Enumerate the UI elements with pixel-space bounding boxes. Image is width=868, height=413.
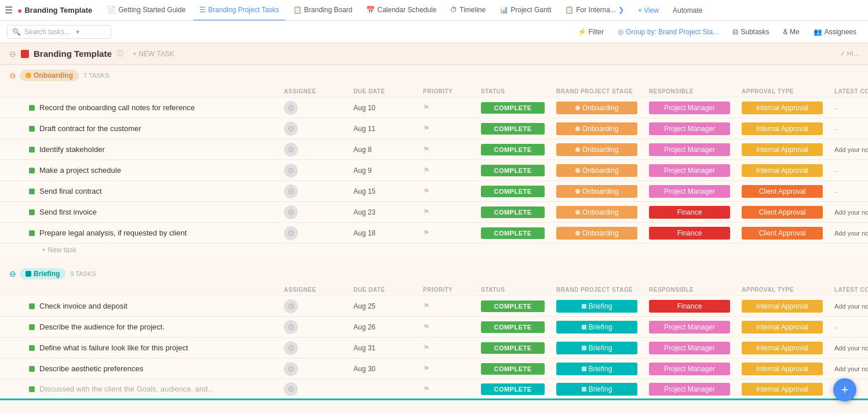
assignee-avatar[interactable]: ⚙ (284, 362, 298, 376)
task-name[interactable]: Draft contract for the customer (39, 124, 141, 133)
responsible-badge[interactable]: Finance (649, 300, 730, 313)
status-badge[interactable]: COMPLETE (481, 300, 545, 312)
tab-internal[interactable]: 📋 For Interna... ❯ (559, 0, 630, 21)
status-badge[interactable]: COMPLETE (481, 342, 545, 354)
status-badge[interactable]: COMPLETE (481, 102, 545, 114)
priority-flag[interactable]: ⚑ (423, 187, 481, 195)
status-badge[interactable]: COMPLETE (481, 165, 545, 176)
brand-stage-badge[interactable]: Briefing (556, 300, 637, 313)
status-badge[interactable]: COMPLETE (481, 186, 545, 197)
assignee-avatar[interactable]: ⚙ (284, 101, 298, 115)
brand-stage-badge[interactable]: Onboarding (556, 143, 637, 156)
brand-stage-badge[interactable]: Briefing (556, 383, 637, 396)
task-name[interactable]: Send first invoice (39, 208, 97, 216)
task-name[interactable]: Define what is failure look like for thi… (39, 343, 188, 352)
priority-flag[interactable]: ⚑ (423, 103, 481, 112)
status-badge[interactable]: COMPLETE (481, 321, 545, 333)
priority-flag[interactable]: ⚑ (423, 124, 481, 133)
task-name[interactable]: Prepare legal analysis, if requested by … (39, 229, 187, 237)
brand-stage-badge[interactable]: Onboarding (556, 164, 637, 177)
priority-flag[interactable]: ⚑ (423, 302, 481, 310)
approval-badge[interactable]: Internal Approval (742, 363, 823, 375)
brand-stage-badge[interactable]: Onboarding (556, 122, 637, 135)
approval-badge[interactable]: Internal Approval (742, 102, 823, 114)
status-badge[interactable]: COMPLETE (481, 227, 545, 239)
task-name[interactable]: Send final contract (39, 187, 102, 195)
task-name[interactable]: Make a project schedule (39, 166, 121, 175)
briefing-collapse-icon[interactable]: ⊖ (9, 269, 16, 278)
hamburger-menu-icon[interactable]: ☰ (5, 5, 13, 16)
assignee-avatar[interactable]: ⚙ (284, 320, 298, 334)
approval-badge[interactable]: Internal Approval (742, 122, 823, 135)
brand-stage-badge[interactable]: Onboarding (556, 185, 637, 198)
responsible-badge[interactable]: Project Manager (649, 321, 730, 334)
info-icon[interactable]: ⓘ (116, 49, 123, 59)
approval-badge[interactable]: Internal Approval (742, 164, 823, 177)
priority-flag[interactable]: ⚑ (423, 166, 481, 175)
collapse-template-icon[interactable]: ⊖ (9, 49, 16, 59)
assignee-avatar[interactable]: ⚙ (284, 143, 298, 157)
brand-stage-badge[interactable]: Briefing (556, 342, 637, 354)
priority-flag[interactable]: ⚑ (423, 145, 481, 154)
brand-stage-badge[interactable]: Briefing (556, 363, 637, 375)
hide-button[interactable]: ✓ HI... (840, 50, 859, 57)
priority-flag[interactable]: ⚑ (423, 385, 481, 393)
responsible-badge[interactable]: Project Manager (649, 122, 730, 135)
add-new-task-row[interactable]: + New task (0, 244, 868, 256)
assignees-button[interactable]: 👥 Assignees (809, 26, 861, 38)
brand-stage-badge[interactable]: Onboarding (556, 227, 637, 240)
priority-flag[interactable]: ⚑ (423, 343, 481, 352)
assignee-avatar[interactable]: ⚙ (284, 341, 298, 355)
responsible-badge[interactable]: Finance (649, 206, 730, 219)
task-name[interactable]: Identify stakeholder (39, 145, 105, 154)
automate-button[interactable]: Automate (667, 0, 708, 21)
onboarding-collapse-icon[interactable]: ⊖ (9, 71, 16, 80)
assignee-avatar[interactable]: ⚙ (284, 226, 298, 240)
assignee-avatar[interactable]: ⚙ (284, 122, 298, 136)
status-badge[interactable]: COMPLETE (481, 383, 545, 395)
responsible-badge[interactable]: Finance (649, 227, 730, 240)
approval-badge[interactable]: Client Approval (742, 206, 823, 219)
brand-stage-badge[interactable]: Briefing (556, 321, 637, 334)
assignee-avatar[interactable]: ⚙ (284, 184, 298, 198)
search-dropdown-icon[interactable]: ▾ (76, 28, 79, 36)
add-view-button[interactable]: + View (632, 0, 665, 21)
filter-button[interactable]: ⚡ Filter (573, 26, 609, 38)
brand-stage-badge[interactable]: Onboarding (556, 206, 637, 219)
tab-calendar[interactable]: 📅 Calendar Schedule (360, 0, 442, 21)
task-name[interactable]: Record the onboarding call notes for ref… (39, 103, 195, 112)
approval-badge[interactable]: Internal Approval (742, 342, 823, 354)
priority-flag[interactable]: ⚑ (423, 364, 481, 373)
priority-flag[interactable]: ⚑ (423, 323, 481, 331)
status-badge[interactable]: COMPLETE (481, 363, 545, 375)
subtasks-button[interactable]: ⊟ Subtasks (728, 26, 774, 38)
task-name[interactable]: Describe aesthetic preferences (39, 364, 143, 373)
priority-flag[interactable]: ⚑ (423, 229, 481, 237)
task-name[interactable]: Check invoice and deposit (39, 302, 127, 310)
brand-stage-badge[interactable]: Onboarding (556, 102, 637, 114)
responsible-badge[interactable]: Project Manager (649, 363, 730, 375)
responsible-badge[interactable]: Project Manager (649, 164, 730, 177)
approval-badge[interactable]: Client Approval (742, 227, 823, 240)
me-filter-button[interactable]: & Me (779, 26, 804, 38)
responsible-badge[interactable]: Project Manager (649, 185, 730, 198)
tab-branding-board[interactable]: 📋 Branding Board (287, 0, 358, 21)
assignee-avatar[interactable]: ⚙ (284, 382, 298, 396)
status-badge[interactable]: COMPLETE (481, 123, 545, 135)
responsible-badge[interactable]: Project Manager (649, 143, 730, 156)
group-by-button[interactable]: ◎ Group by: Brand Project Sta... (613, 26, 723, 38)
new-task-button[interactable]: + NEW TASK (133, 50, 174, 58)
status-badge[interactable]: COMPLETE (481, 144, 545, 155)
approval-badge[interactable]: Internal Approval (742, 321, 823, 334)
status-badge[interactable]: COMPLETE (481, 206, 545, 218)
responsible-badge[interactable]: Project Manager (649, 342, 730, 354)
priority-flag[interactable]: ⚑ (423, 208, 481, 216)
tab-getting-started[interactable]: 📄 Getting Started Guide (101, 0, 191, 21)
floating-action-button[interactable]: + (833, 378, 856, 401)
task-name[interactable]: Discussed with the client the Goals, aud… (39, 385, 214, 393)
tab-timeline[interactable]: ⏱ Timeline (444, 0, 491, 21)
search-box[interactable]: 🔍 Search tasks... ▾ (7, 25, 111, 39)
briefing-group-chip[interactable]: Briefing (20, 268, 65, 280)
assignee-avatar[interactable]: ⚙ (284, 205, 298, 219)
approval-badge[interactable]: Internal Approval (742, 300, 823, 313)
